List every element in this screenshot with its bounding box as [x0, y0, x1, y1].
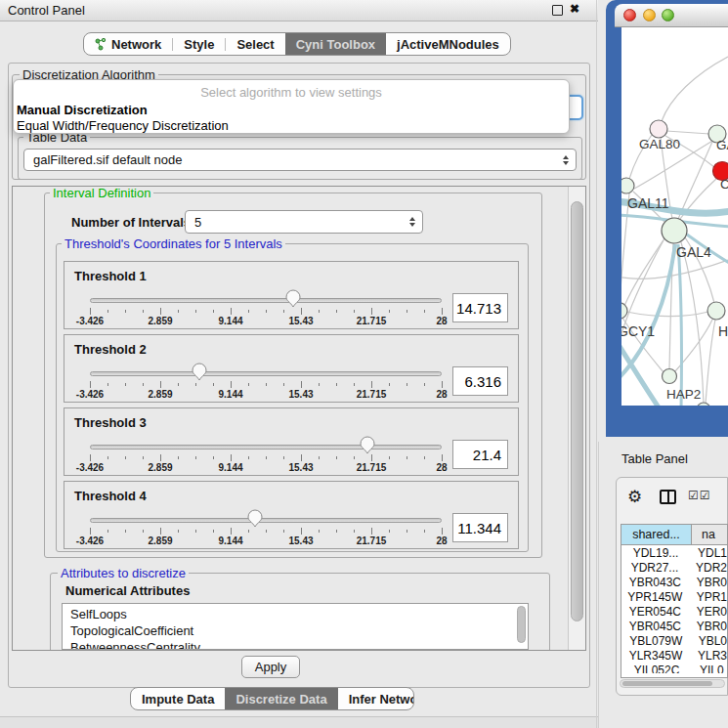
threshold-1-value-field[interactable]: 14.713: [452, 293, 508, 322]
table-hscrollbar-track[interactable]: [620, 679, 725, 688]
threshold-3-value-field[interactable]: 21.4: [452, 440, 508, 469]
slider-thumb[interactable]: [360, 436, 375, 454]
node-partial-mid-right[interactable]: [707, 302, 725, 320]
cell-shared-name[interactable]: YER054C: [621, 604, 689, 619]
cell-name[interactable]: YBR0: [689, 619, 727, 633]
table-row[interactable]: YDR27...YDR2: [621, 560, 727, 575]
table-row[interactable]: YBR045CYBR0: [621, 619, 727, 633]
cell-name[interactable]: YER0: [689, 604, 727, 619]
list-item-selfloops[interactable]: SelfLoops: [63, 604, 528, 622]
tab-impute-data[interactable]: Impute Data: [131, 687, 225, 710]
table-hscrollbar-thumb[interactable]: [622, 681, 712, 686]
float-window-icon[interactable]: [552, 5, 563, 16]
cell-shared-name[interactable]: YBL079W: [621, 633, 691, 648]
table-row[interactable]: YER054CYER0: [621, 604, 727, 619]
node-gal80[interactable]: [650, 120, 667, 138]
top-tab-bar: Network Style Select Cyni Toolbox jActiv…: [83, 32, 511, 56]
node-bottom[interactable]: [697, 403, 710, 406]
cell-name[interactable]: YBL0: [691, 633, 727, 648]
threshold-2-slider[interactable]: -3.4262.8599.14415.4321.71528: [90, 363, 442, 402]
cell-name[interactable]: YIL0: [692, 663, 727, 673]
table-row[interactable]: YBL079WYBL0: [621, 633, 727, 648]
node-gcy1[interactable]: [621, 303, 627, 319]
threshold-1-slider[interactable]: -3.4262.8599.14415.4321.71528: [90, 289, 442, 328]
zoom-traffic-light-icon[interactable]: [662, 9, 674, 21]
network-canvas[interactable]: GAL80 GA C GAL11 GAL4 GCY1 H HAP2: [621, 27, 728, 406]
cell-shared-name[interactable]: YBR045C: [621, 619, 689, 633]
slider-track[interactable]: [90, 518, 442, 523]
table-row[interactable]: YPR145WYPR1: [621, 589, 727, 604]
interval-definition-title: Interval Definition: [50, 186, 153, 200]
table-row[interactable]: YIL052CYIL0: [621, 663, 727, 673]
panel-divider: [596, 0, 597, 728]
threshold-2-value-field[interactable]: 6.316: [452, 366, 508, 396]
cell-shared-name[interactable]: YPR145W: [621, 589, 689, 604]
tab-select-label: Select: [236, 37, 274, 52]
tick-mark: [283, 383, 284, 386]
scrollbar-track[interactable]: [568, 187, 585, 650]
popup-option-equal-width-frequency[interactable]: Equal Width/Frequency Discretization: [17, 118, 229, 133]
cell-shared-name[interactable]: YLR345W: [621, 648, 690, 663]
tick-mark: [248, 456, 249, 459]
cell-shared-name[interactable]: YBR043C: [621, 575, 689, 589]
tick-mark: [442, 528, 443, 535]
list-scrollbar[interactable]: [517, 606, 526, 643]
tick-mark: [407, 530, 407, 533]
select-checkboxes-icon[interactable]: ☑☑: [688, 489, 711, 502]
list-item-topologicalcoefficient[interactable]: TopologicalCoefficient: [63, 622, 528, 639]
slider-track[interactable]: [90, 298, 442, 303]
slider-thumb[interactable]: [192, 363, 207, 381]
cell-shared-name[interactable]: YDL19...: [621, 545, 690, 560]
cell-shared-name[interactable]: YIL052C: [621, 663, 692, 673]
table-row[interactable]: YBR043CYBR0: [621, 575, 727, 589]
tick-mark: [231, 308, 232, 315]
cell-shared-name[interactable]: YDR27...: [621, 560, 688, 575]
tick-label: 2.859: [148, 462, 172, 473]
column-header-name[interactable]: na: [692, 525, 727, 544]
tick-mark: [178, 456, 179, 459]
threshold-4-value-field[interactable]: 11.344: [452, 513, 508, 542]
cell-name[interactable]: YLR3: [690, 648, 727, 663]
columns-icon[interactable]: [660, 490, 676, 504]
number-of-intervals-combo[interactable]: 5: [185, 210, 423, 234]
close-traffic-light-icon[interactable]: [623, 9, 636, 21]
tab-jactivemnodules[interactable]: jActiveMNodules: [386, 32, 510, 56]
gear-icon[interactable]: ⚙: [627, 487, 642, 507]
tab-cyni-toolbox[interactable]: Cyni Toolbox: [285, 32, 386, 56]
tab-discretize-data[interactable]: Discretize Data: [225, 687, 337, 710]
cell-name[interactable]: YBR0: [689, 575, 727, 589]
column-header-shared-name[interactable]: shared...: [621, 525, 692, 544]
table-row[interactable]: YDL19...YDL1: [621, 545, 727, 560]
slider-thumb[interactable]: [285, 289, 301, 308]
node-hap2[interactable]: [663, 369, 677, 384]
close-icon[interactable]: ✖: [570, 2, 579, 16]
tick-mark: [90, 528, 91, 535]
tab-discretize-data-label: Discretize Data: [236, 692, 326, 707]
threshold-3-slider[interactable]: -3.4262.8599.14415.4321.71528: [90, 436, 442, 475]
tab-select[interactable]: Select: [226, 32, 284, 56]
cell-name[interactable]: YPR1: [689, 589, 727, 604]
slider-track[interactable]: [90, 445, 442, 450]
cell-name[interactable]: YDL1: [690, 545, 727, 560]
tick-mark: [143, 310, 144, 313]
threshold-4-slider[interactable]: -3.4262.8599.14415.4321.71528: [90, 509, 442, 548]
node-gal4[interactable]: [662, 218, 687, 243]
cell-name[interactable]: YDR2: [688, 560, 727, 575]
minimize-traffic-light-icon[interactable]: [643, 9, 656, 21]
scrollbar-thumb[interactable]: [571, 201, 583, 621]
tab-style[interactable]: Style: [173, 32, 225, 56]
network-window-titlebar[interactable]: [615, 4, 728, 27]
slider-track[interactable]: [90, 371, 442, 376]
tab-infer-network[interactable]: Infer Network: [338, 687, 414, 710]
tab-network[interactable]: Network: [84, 32, 172, 56]
tick-mark: [160, 454, 161, 461]
table-data-combo[interactable]: galFiltered.sif default node: [23, 149, 577, 171]
node-gal11[interactable]: [621, 178, 634, 193]
apply-button[interactable]: Apply: [241, 656, 300, 678]
tick-mark: [371, 528, 372, 535]
tick-mark: [266, 310, 267, 313]
list-item-betweennesscentrality[interactable]: BetweennessCentrality: [63, 639, 528, 650]
slider-thumb[interactable]: [247, 509, 263, 528]
table-row[interactable]: YLR345WYLR3: [621, 648, 727, 663]
popup-option-manual-discretization[interactable]: Manual Discretization: [17, 103, 148, 117]
